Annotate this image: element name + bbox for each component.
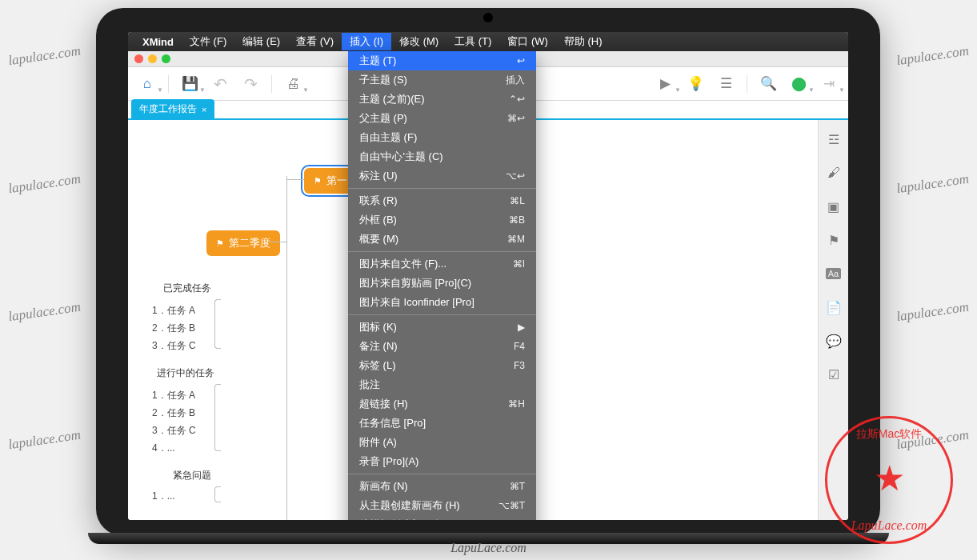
menu-view[interactable]: 查看 (V) <box>288 33 342 50</box>
watermark: lapulace.com <box>895 299 970 325</box>
save-button[interactable]: 💾▼ <box>178 73 201 95</box>
watermark: lapulace.com <box>7 299 82 325</box>
task-item[interactable]: 2．任务 B <box>152 405 195 422</box>
task-item[interactable]: 2．任务 B <box>152 320 195 337</box>
share-button[interactable]: ⬤▼ <box>787 73 810 95</box>
subtopic-urgent[interactable]: 紧急问题 <box>173 467 211 484</box>
menu-item-image-iconfinder[interactable]: 图片来自 Iconfinder [Pro] <box>348 293 536 312</box>
tab-document[interactable]: 年度工作报告 × <box>131 99 214 118</box>
menu-item-parent[interactable]: 父主题 (P)⌘↩ <box>348 109 536 128</box>
menu-insert[interactable]: 插入 (I) <box>342 33 391 50</box>
connector <box>286 179 304 180</box>
menu-item-topic-before[interactable]: 主题 (之前)(E)⌃↩ <box>348 90 536 109</box>
export-button[interactable]: ⇥▼ <box>818 73 840 95</box>
menu-item-audio[interactable]: 录音 [Pro](A) <box>348 452 536 471</box>
watermark: lapulace.com <box>895 43 970 69</box>
font-icon[interactable]: Aa <box>826 266 842 282</box>
home-button[interactable]: ⌂▼ <box>136 73 158 95</box>
marker-icon[interactable]: ⚑ <box>826 232 842 248</box>
zoom-window-icon[interactable] <box>162 54 170 63</box>
task-item[interactable]: 4．... <box>152 440 175 457</box>
menu-item-notes[interactable]: 备注 (N)F4 <box>348 337 536 356</box>
tab-close-icon[interactable]: × <box>202 105 206 114</box>
gantt-button[interactable]: ☰ <box>715 73 737 95</box>
format-icon[interactable]: 🖌 <box>826 165 842 181</box>
presentation-button[interactable]: ▶▼ <box>654 73 676 95</box>
screen: XMind 文件 (F) 编辑 (E) 查看 (V) 插入 (I) 修改 (M)… <box>128 32 848 520</box>
watermark: lapulace.com <box>7 427 82 453</box>
camera-notch <box>483 13 493 22</box>
menu-item-sheet-from-topic[interactable]: 从主题创建新画布 (H)⌥⌘T <box>348 496 536 515</box>
close-window-icon[interactable] <box>134 54 143 63</box>
menu-item-boundary[interactable]: 外框 (B)⌘B <box>348 210 536 230</box>
task-item[interactable]: 3．任务 C <box>152 338 196 354</box>
brainstorm-button[interactable]: 💡 <box>684 73 707 95</box>
task-item[interactable]: 1．... <box>152 488 175 505</box>
stamp-logo: 拉斯Mac软件 ★ LapuLace.com <box>825 416 953 544</box>
menu-item-image-file[interactable]: 图片来自文件 (F)...⌘I <box>348 254 536 274</box>
comments-icon[interactable]: 💬 <box>826 333 842 349</box>
flag-icon: ⚑ <box>314 176 322 186</box>
connector <box>269 242 286 242</box>
menu-item-attachment[interactable]: 附件 (A) <box>348 433 536 452</box>
bracket <box>214 384 221 451</box>
task-item[interactable]: 1．任务 A <box>152 302 195 319</box>
watermark: lapulace.com <box>7 43 82 69</box>
subtopic-completed[interactable]: 已完成任务 <box>163 280 211 297</box>
menu-file[interactable]: 文件 (F) <box>182 33 234 50</box>
menu-item-floating[interactable]: 自由主题 (F) <box>348 128 536 147</box>
menu-item-comments[interactable]: 批注 <box>348 375 536 394</box>
redo-button[interactable]: ↷ <box>239 73 262 95</box>
menu-item-summary[interactable]: 概要 (M)⌘M <box>348 230 536 249</box>
tab-label: 年度工作报告 <box>139 102 197 116</box>
watermark: lapulace.com <box>7 171 82 197</box>
topic-q2[interactable]: ⚑第二季度 <box>206 230 280 256</box>
menu-item-label[interactable]: 标签 (L)F3 <box>348 356 536 375</box>
subtopic-inprogress[interactable]: 进行中的任务 <box>157 365 214 382</box>
insert-dropdown: 主题 (T)↩ 子主题 (S)插入 主题 (之前)(E)⌃↩ 父主题 (P)⌘↩… <box>348 51 536 520</box>
menu-item-topic[interactable]: 主题 (T)↩ <box>348 51 536 70</box>
menu-item-callout[interactable]: 标注 (U)⌥↩ <box>348 166 536 186</box>
task-icon[interactable]: ☑ <box>826 366 842 382</box>
flag-icon: ⚑ <box>216 238 224 249</box>
laptop-frame: XMind 文件 (F) 编辑 (E) 查看 (V) 插入 (I) 修改 (M)… <box>96 8 880 536</box>
image-icon[interactable]: ▣ <box>826 198 842 214</box>
menu-item-image-clipart[interactable]: 图片来自剪贴画 [Pro](C) <box>348 274 536 293</box>
menu-item-relationship[interactable]: 联系 (R)⌘L <box>348 191 536 210</box>
menu-item-sheet-from-template[interactable]: 从模板创建新画布 (W)⌥⌘N <box>348 515 536 520</box>
connector <box>286 176 287 520</box>
bracket <box>214 299 221 349</box>
menu-item-floating-central[interactable]: 自由'中心'主题 (C) <box>348 147 536 166</box>
minimize-window-icon[interactable] <box>148 54 157 63</box>
menu-window[interactable]: 窗口 (W) <box>499 33 556 50</box>
app-name[interactable]: XMind <box>142 36 174 48</box>
menu-edit[interactable]: 编辑 (E) <box>234 33 288 50</box>
bracket <box>214 486 221 502</box>
menu-item-new-sheet[interactable]: 新画布 (N)⌘T <box>348 477 536 496</box>
footer-watermark: LapuLace.com <box>450 541 527 555</box>
menu-help[interactable]: 帮助 (H) <box>556 33 611 50</box>
search-button[interactable]: 🔍 <box>757 73 779 95</box>
mac-menubar: XMind 文件 (F) 编辑 (E) 查看 (V) 插入 (I) 修改 (M)… <box>128 32 848 51</box>
watermark: lapulace.com <box>895 171 970 197</box>
menu-item-subtopic[interactable]: 子主题 (S)插入 <box>348 70 536 90</box>
menu-item-hyperlink[interactable]: 超链接 (H)⌘H <box>348 394 536 414</box>
menu-modify[interactable]: 修改 (M) <box>391 33 446 50</box>
notes-icon[interactable]: 📄 <box>826 299 842 315</box>
undo-button[interactable]: ↶ <box>209 73 231 95</box>
menu-item-icon[interactable]: 图标 (K)▶ <box>348 318 536 337</box>
task-item[interactable]: 3．任务 C <box>152 422 196 439</box>
task-item[interactable]: 1．任务 A <box>152 387 195 404</box>
print-button[interactable]: 🖨▼ <box>282 73 304 95</box>
outline-icon[interactable]: ☲ <box>826 131 842 147</box>
menu-item-taskinfo[interactable]: 任务信息 [Pro] <box>348 414 536 433</box>
menu-tools[interactable]: 工具 (T) <box>446 33 499 50</box>
